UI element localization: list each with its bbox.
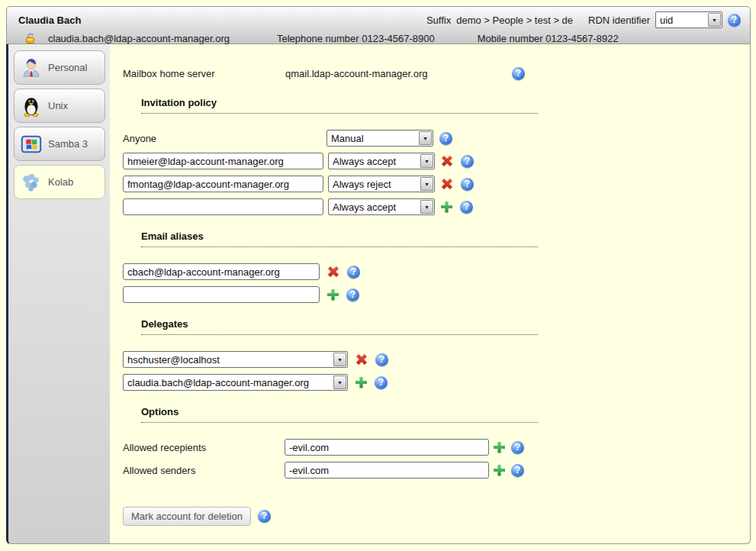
account-email: claudia.bach@ldap-account-manager.org [48, 33, 230, 44]
tab-kolab[interactable]: Kolab [14, 165, 105, 199]
allowed-recipients-input[interactable] [285, 439, 489, 456]
anyone-policy-select[interactable]: Manual [327, 130, 433, 147]
invitation-anyone-row: Anyone Manual ? [123, 130, 750, 147]
help-icon[interactable]: ? [375, 376, 388, 389]
module-tab-sidebar: Personal Unix [8, 44, 110, 543]
header-row-2: claudia.bach@ldap-account-manager.org Te… [18, 32, 741, 44]
invitation-address-input[interactable] [123, 153, 323, 169]
add-icon[interactable] [441, 201, 452, 213]
email-alias-row: ? [123, 263, 750, 280]
allowed-senders-input[interactable] [285, 462, 489, 478]
invitation-policy-select[interactable]: Always accept [328, 198, 435, 215]
email-alias-row-new: ? [123, 286, 750, 303]
rdn-select-wrap: uid [655, 11, 722, 28]
invitation-address-input[interactable] [123, 198, 323, 215]
account-header: Claudia Bach Suffix demo > People > test… [6, 6, 751, 44]
allowed-senders-label: Allowed senders [123, 465, 285, 476]
delegate-select[interactable]: claudia.bach@ldap-account-manager.org [123, 374, 348, 391]
email-alias-input[interactable] [123, 286, 320, 303]
kolab-cloud-icon [14, 171, 48, 194]
delegate-select-wrap: hschuster@localhost [123, 351, 348, 368]
mailbox-home-server-value: qmail.ldap-account-manager.org [285, 68, 512, 79]
policy-select-wrap: Always accept [328, 198, 435, 215]
help-icon[interactable]: ? [346, 288, 359, 301]
windows-icon [14, 133, 48, 156]
delegate-select-wrap: claudia.bach@ldap-account-manager.org [123, 374, 348, 391]
delete-icon[interactable] [325, 263, 343, 281]
suffix-path: demo > People > test > de [456, 14, 573, 26]
rdn-identifier-select[interactable]: uid [655, 11, 722, 28]
invitation-row: Always accept ? [123, 153, 750, 169]
tab-personal[interactable]: Personal [14, 50, 105, 85]
delete-account-row: Mark account for deletion ? [123, 507, 750, 526]
delegates-heading: Delegates [141, 318, 538, 335]
add-icon[interactable] [327, 289, 339, 301]
lam-account-page: Claudia Bach Suffix demo > People > test… [0, 0, 756, 551]
help-icon[interactable]: ? [728, 14, 741, 27]
invitation-address-input[interactable] [123, 176, 323, 192]
email-aliases-heading: Email aliases [141, 230, 538, 247]
options-heading: Options [141, 406, 538, 423]
tab-label: Samba 3 [48, 138, 88, 150]
delegate-select[interactable]: hschuster@localhost [123, 351, 348, 368]
help-icon[interactable]: ? [511, 464, 524, 477]
tab-label: Unix [48, 100, 68, 111]
delete-icon[interactable] [439, 176, 456, 193]
help-icon[interactable]: ? [461, 178, 474, 191]
page-title: Claudia Bach [18, 14, 81, 26]
delegate-row-new: claudia.bach@ldap-account-manager.org ? [123, 374, 750, 391]
policy-select-wrap: Always reject [328, 176, 435, 192]
anyone-label: Anyone [123, 133, 327, 144]
mailbox-home-server-label: Mailbox home server [123, 68, 285, 79]
kolab-tab-content: Mailbox home server qmail.ldap-account-m… [110, 44, 750, 543]
suffix-label: Suffix [426, 14, 451, 26]
delete-icon[interactable] [353, 351, 371, 369]
invitation-policy-select[interactable]: Always reject [328, 176, 435, 192]
header-right-group: Suffix demo > People > test > de RDN ide… [426, 11, 741, 28]
tab-label: Personal [48, 62, 87, 73]
invitation-row-new: Always accept ? [123, 198, 750, 215]
add-icon[interactable] [494, 465, 505, 476]
tab-unix[interactable]: Unix [14, 89, 105, 123]
tab-samba[interactable]: Samba 3 [14, 127, 105, 161]
email-alias-input[interactable] [123, 263, 320, 280]
telephone-number: Telephone number 0123-4567-8900 [277, 33, 435, 44]
add-icon[interactable] [494, 442, 505, 453]
policy-select-wrap: Manual [327, 130, 433, 147]
help-icon[interactable]: ? [347, 266, 360, 279]
penguin-icon [14, 95, 48, 118]
invitation-row: Always reject ? [123, 176, 750, 192]
help-icon[interactable]: ? [461, 155, 474, 168]
account-window: Claudia Bach Suffix demo > People > test… [6, 6, 751, 544]
add-icon[interactable] [355, 377, 367, 388]
rdn-identifier-label: RDN identifier [588, 14, 650, 26]
delete-icon[interactable] [439, 153, 456, 170]
allowed-senders-row: Allowed senders ? [123, 462, 750, 478]
help-icon[interactable]: ? [460, 201, 473, 214]
header-row-1: Claudia Bach Suffix demo > People > test… [18, 11, 741, 28]
mobile-number: Mobile number 0123-4567-8922 [478, 33, 619, 44]
help-icon[interactable]: ? [511, 441, 524, 454]
allowed-recipients-label: Allowed recepients [123, 442, 285, 453]
help-icon[interactable]: ? [512, 67, 525, 80]
help-icon[interactable]: ? [439, 132, 452, 145]
mailbox-home-server-row: Mailbox home server qmail.ldap-account-m… [123, 65, 750, 82]
allowed-recipients-row: Allowed recepients ? [123, 439, 750, 456]
help-icon[interactable]: ? [375, 353, 388, 366]
delegate-row: hschuster@localhost ? [123, 351, 750, 368]
help-icon[interactable]: ? [258, 510, 271, 523]
mark-account-for-deletion-button[interactable]: Mark account for deletion [123, 507, 251, 526]
tab-label: Kolab [48, 176, 73, 188]
account-body: Personal Unix [6, 44, 751, 544]
invitation-policy-select[interactable]: Always accept [328, 153, 435, 169]
policy-select-wrap: Always accept [328, 153, 435, 169]
person-icon [14, 56, 48, 79]
unlock-icon [24, 32, 37, 44]
invitation-policy-heading: Invitation policy [141, 97, 538, 114]
